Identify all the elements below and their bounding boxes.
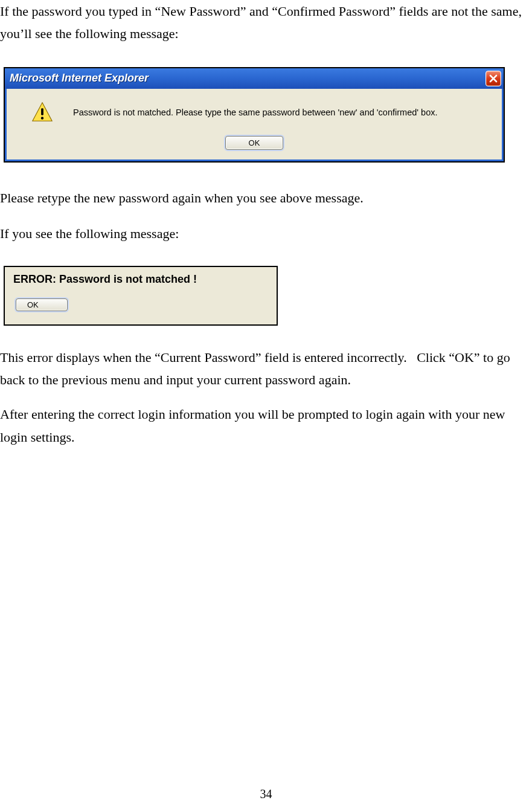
see-following-paragraph: If you see the following message:	[0, 222, 532, 245]
svg-rect-0	[41, 108, 43, 115]
ie-dialog-title: Microsoft Internet Explorer	[10, 72, 486, 85]
warning-icon	[31, 101, 54, 124]
intro-paragraph-1: If the password you typed in “New Passwo…	[0, 0, 532, 45]
ie-dialog: Microsoft Internet Explorer Password is …	[4, 67, 505, 163]
error-dialog-message: ERROR: Password is not matched !	[13, 273, 268, 286]
close-icon	[489, 74, 498, 83]
close-button[interactable]	[486, 71, 501, 86]
svg-point-1	[41, 117, 43, 119]
ok-button[interactable]: OK	[225, 136, 283, 150]
error-dialog: ERROR: Password is not matched ! OK	[4, 266, 278, 326]
error-explain-paragraph: This error displays when the “Current Pa…	[0, 346, 532, 392]
ie-dialog-titlebar: Microsoft Internet Explorer	[5, 68, 504, 89]
ok-button[interactable]: OK	[16, 298, 68, 311]
retype-paragraph: Please retype the new password again whe…	[0, 187, 532, 209]
after-login-paragraph: After entering the correct login informa…	[0, 403, 532, 448]
ie-dialog-footer: OK	[5, 130, 504, 161]
page-number: 34	[0, 787, 532, 801]
ie-dialog-body: Password is not matched. Please type the…	[5, 89, 504, 130]
ie-dialog-message: Password is not matched. Please type the…	[73, 103, 437, 118]
